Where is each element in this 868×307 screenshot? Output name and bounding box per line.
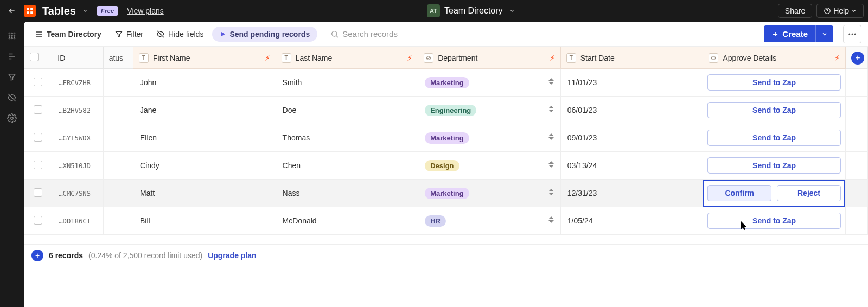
more-button[interactable] xyxy=(843,25,861,43)
row-first-name[interactable]: Cindy xyxy=(133,152,276,180)
row-department[interactable]: Design xyxy=(418,152,561,180)
row-checkbox[interactable] xyxy=(34,133,42,142)
header-status[interactable]: atus xyxy=(103,47,133,69)
search-records[interactable] xyxy=(326,27,760,41)
send-to-zap-button[interactable]: Send to Zap xyxy=(707,213,841,229)
table-row[interactable]: …B2HV582JaneDoeEngineering06/01/23Send t… xyxy=(24,97,868,124)
confirm-button[interactable]: Confirm xyxy=(707,185,771,201)
send-pending-button[interactable]: Send pending records xyxy=(212,27,317,42)
send-to-zap-button[interactable]: Send to Zap xyxy=(707,157,841,174)
header-checkbox[interactable] xyxy=(24,47,52,69)
header-department[interactable]: Department ⚡︎ xyxy=(418,47,561,69)
filter-button[interactable]: Filter xyxy=(110,27,148,42)
add-record-button[interactable]: + xyxy=(31,250,43,261)
row-first-name[interactable]: Ellen xyxy=(133,124,276,152)
row-start-date[interactable]: 03/13/24 xyxy=(560,152,703,180)
row-start-date[interactable]: 06/01/23 xyxy=(560,97,703,124)
dept-sort-icon[interactable] xyxy=(548,106,554,112)
dept-sort-icon[interactable] xyxy=(548,78,554,85)
row-department[interactable]: Engineering xyxy=(418,97,561,124)
add-column-button[interactable]: + xyxy=(851,52,864,65)
row-department[interactable]: HR xyxy=(418,207,561,235)
row-id: …CMC7SNS xyxy=(52,180,103,207)
row-department[interactable]: Marketing xyxy=(418,69,561,97)
header-last-name[interactable]: TLast Name ⚡︎ xyxy=(276,47,418,69)
table-tab[interactable]: Team Directory xyxy=(30,27,106,42)
view-plans-link[interactable]: View plans xyxy=(127,7,163,15)
row-last-name[interactable]: Chen xyxy=(276,152,418,180)
share-button[interactable]: Share xyxy=(778,4,812,18)
workspace-caret-icon[interactable] xyxy=(509,8,515,14)
row-checkbox[interactable] xyxy=(34,161,42,169)
row-checkbox-cell[interactable] xyxy=(24,180,52,207)
row-start-date[interactable]: 12/31/23 xyxy=(560,180,703,207)
row-last-name[interactable]: Thomas xyxy=(276,124,418,152)
header-start-date[interactable]: TStart Date xyxy=(560,47,703,69)
row-checkbox[interactable] xyxy=(34,216,42,225)
create-caret-button[interactable] xyxy=(815,25,833,42)
header-first-name[interactable]: TFirst Name ⚡︎ xyxy=(133,47,276,69)
row-last-name[interactable]: Doe xyxy=(276,97,418,124)
row-first-name[interactable]: Matt xyxy=(133,180,276,207)
table-row[interactable]: …XN510JDCindyChenDesign03/13/24Send to Z… xyxy=(24,152,868,180)
row-first-name[interactable]: Bill xyxy=(133,207,276,235)
row-checkbox[interactable] xyxy=(34,188,42,197)
dept-sort-icon[interactable] xyxy=(548,189,554,195)
rail-flow-icon[interactable] xyxy=(7,51,17,62)
rail-filter-icon[interactable] xyxy=(7,72,17,82)
table-row[interactable]: …CMC7SNSMattNassMarketing12/31/23Confirm… xyxy=(24,180,868,207)
upgrade-plan-link[interactable]: Upgrade plan xyxy=(208,251,256,260)
select-type-icon xyxy=(424,53,433,63)
help-button[interactable]: Help xyxy=(816,4,864,18)
row-extra xyxy=(845,180,867,207)
row-checkbox-cell[interactable] xyxy=(24,69,52,97)
send-to-zap-button[interactable]: Send to Zap xyxy=(707,130,841,146)
svg-rect-1 xyxy=(30,8,33,10)
app-title[interactable]: Tables xyxy=(42,5,76,17)
rail-grid-icon[interactable] xyxy=(7,30,17,41)
table-row[interactable]: …GYT5WDXEllenThomasMarketing09/01/23Send… xyxy=(24,124,868,152)
table-row[interactable]: …DD186CTBillMcDonaldHR1/05/24Send to Zap xyxy=(24,207,868,235)
hide-fields-button[interactable]: Hide fields xyxy=(152,27,208,42)
hide-fields-label: Hide fields xyxy=(168,30,203,39)
rail-hidden-icon[interactable] xyxy=(7,92,17,103)
create-button[interactable]: Create xyxy=(764,25,815,42)
header-approve[interactable]: Approve Details ⚡︎ xyxy=(703,47,846,69)
rail-settings-icon[interactable] xyxy=(7,113,17,124)
row-checkbox-cell[interactable] xyxy=(24,207,52,235)
dept-sort-icon[interactable] xyxy=(548,133,554,140)
table-wrap: ID atus TFirst Name ⚡︎ TLast Name ⚡︎ xyxy=(24,47,868,244)
dept-sort-icon[interactable] xyxy=(548,161,554,168)
table-body: …FRCVZHRJohnSmithMarketing11/01/23Send t… xyxy=(24,69,868,235)
app-root: Tables Free View plans AT Team Directory… xyxy=(0,0,868,307)
row-start-date[interactable]: 1/05/24 xyxy=(560,207,703,235)
header-id[interactable]: ID xyxy=(52,47,103,69)
row-last-name[interactable]: McDonald xyxy=(276,207,418,235)
row-checkbox[interactable] xyxy=(34,105,42,114)
send-to-zap-button[interactable]: Send to Zap xyxy=(707,102,841,118)
row-checkbox[interactable] xyxy=(34,78,42,86)
app-title-caret-icon[interactable] xyxy=(82,8,88,14)
search-input[interactable] xyxy=(342,29,494,39)
workspace-title[interactable]: Team Directory xyxy=(444,6,503,16)
send-to-zap-button[interactable]: Send to Zap xyxy=(707,74,841,91)
row-last-name[interactable]: Smith xyxy=(276,69,418,97)
body: Team Directory Filter Hide fields Send p… xyxy=(0,22,868,307)
row-last-name[interactable]: Nass xyxy=(276,180,418,207)
row-start-date[interactable]: 09/01/23 xyxy=(560,124,703,152)
row-checkbox-cell[interactable] xyxy=(24,124,52,152)
row-department[interactable]: Marketing xyxy=(418,124,561,152)
back-button[interactable] xyxy=(4,3,20,18)
row-checkbox-cell[interactable] xyxy=(24,152,52,180)
reject-button[interactable]: Reject xyxy=(777,185,841,201)
row-first-name[interactable]: Jane xyxy=(133,97,276,124)
row-first-name[interactable]: John xyxy=(133,69,276,97)
table-row[interactable]: …FRCVZHRJohnSmithMarketing11/01/23Send t… xyxy=(24,69,868,97)
svg-point-11 xyxy=(9,37,10,39)
dept-sort-icon[interactable] xyxy=(548,216,554,223)
header-add-column[interactable]: + xyxy=(845,47,867,69)
row-start-date[interactable]: 11/01/23 xyxy=(560,69,703,97)
row-department[interactable]: Marketing xyxy=(418,180,561,207)
approve-cell: ConfirmReject xyxy=(703,180,846,207)
row-checkbox-cell[interactable] xyxy=(24,97,52,124)
